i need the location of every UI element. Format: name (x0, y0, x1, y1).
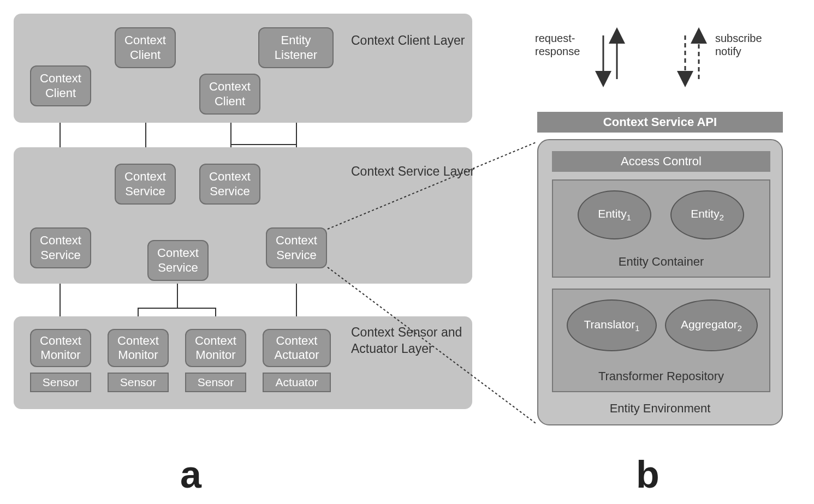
transformer-repo-box: Translator1 Aggregator2 Transformer Repo… (552, 289, 770, 392)
translator-ellipse: Translator1 (567, 299, 657, 351)
letter-b: b (636, 453, 659, 496)
transformer-repo-title: Transformer Repository (553, 369, 769, 383)
node-sensor-2: Sensor (108, 373, 169, 392)
node-service-3: Context Service (30, 227, 91, 268)
letter-a: a (180, 453, 201, 496)
aggregator-ellipse: Aggregator2 (665, 299, 758, 351)
access-control-bar: Access Control (552, 151, 770, 172)
node-service-4: Context Service (147, 240, 209, 281)
panel-a: Context Client Layer Context Client Cont… (14, 14, 510, 445)
node-actuator-ctrl: Context Actuator (263, 329, 331, 367)
node-client-1: Context Client (30, 65, 91, 106)
node-sensor-3: Sensor (185, 373, 246, 392)
node-service-5: Context Service (266, 227, 327, 268)
node-actuator: Actuator (263, 373, 331, 392)
node-entity-listener: Entity Listener (258, 27, 334, 68)
panel-b: request- response subscribe notify Conte… (530, 27, 797, 442)
node-monitor-1: Context Monitor (30, 329, 91, 367)
api-bar: Context Service API (537, 112, 783, 133)
node-monitor-2: Context Monitor (108, 329, 169, 367)
entity-1-ellipse: Entity1 (578, 190, 651, 239)
node-service-2: Context Service (199, 164, 260, 205)
service-layer-label: Context Service Layer (351, 164, 474, 180)
node-service-1: Context Service (115, 164, 176, 205)
env-box: Access Control Entity1 Entity2 Entity Co… (537, 139, 783, 425)
entity-container-box: Entity1 Entity2 Entity Container (552, 179, 770, 278)
node-client-2: Context Client (115, 27, 176, 68)
client-layer-label: Context Client Layer (351, 33, 465, 49)
node-sensor-1: Sensor (30, 373, 91, 392)
env-title: Entity Environment (538, 401, 782, 416)
node-monitor-3: Context Monitor (185, 329, 246, 367)
arrows-svg (530, 27, 797, 104)
sensor-layer-label: Context Sensor and Actuator Layer (351, 325, 510, 357)
entity-2-ellipse: Entity2 (670, 190, 744, 239)
node-client-3: Context Client (199, 74, 260, 115)
entity-container-title: Entity Container (553, 255, 769, 269)
